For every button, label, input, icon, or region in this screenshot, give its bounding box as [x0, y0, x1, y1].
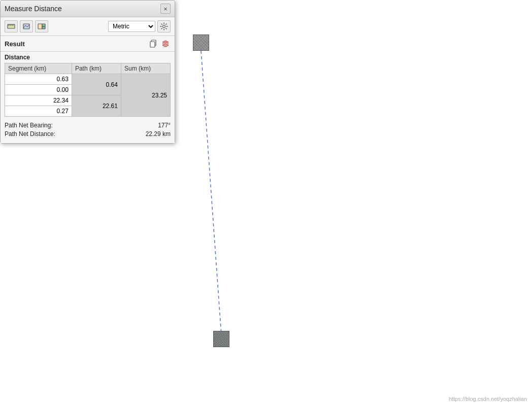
distance-label: Distance [5, 54, 171, 61]
table-row: 0.63 0.64 23.25 [5, 74, 171, 85]
cell-segment-3: 22.34 [5, 95, 72, 106]
cell-sum-1: 23.25 [121, 74, 170, 117]
watermark: https://blog.csdn.net/yoqzhalian [449, 396, 527, 402]
result-actions [148, 39, 171, 49]
cell-path-2: 22.61 [72, 95, 121, 117]
marker-top-texture [193, 35, 209, 50]
toolbar-btn-3[interactable] [35, 20, 48, 32]
bearing-row: Path Net Bearing: 177° [5, 122, 171, 129]
cell-path-1: 0.64 [72, 74, 121, 95]
titlebar: Measure Distance × [1, 1, 175, 17]
cell-segment-4: 0.27 [5, 106, 72, 117]
add-layer-button[interactable] [160, 39, 171, 49]
svg-rect-10 [42, 24, 45, 26]
close-button[interactable]: × [160, 4, 171, 14]
cell-segment-1: 0.63 [5, 74, 72, 85]
result-label: Result [5, 40, 25, 48]
col-segment: Segment (km) [5, 63, 72, 74]
settings-button[interactable] [157, 20, 171, 32]
toolbar-btn-2[interactable] [20, 20, 33, 32]
measure-distance-dialog: Measure Distance × [0, 0, 175, 144]
distance-net-value: 22.29 km [146, 130, 171, 138]
distance-row: Path Net Distance: 22.29 km [5, 130, 171, 138]
footer-info: Path Net Bearing: 177° Path Net Distance… [1, 119, 175, 143]
map-marker-top [193, 35, 209, 51]
svg-rect-9 [38, 24, 42, 29]
bearing-label: Path Net Bearing: [5, 122, 53, 129]
resize-handle[interactable] [1, 1, 7, 7]
marker-bottom-texture [214, 331, 229, 347]
dialog-title: Measure Distance [5, 5, 62, 13]
distance-net-label: Path Net Distance: [5, 130, 55, 138]
result-header: Result [1, 36, 175, 52]
col-sum: Sum (km) [121, 63, 170, 74]
copy-result-button[interactable] [148, 39, 158, 49]
distance-table: Segment (km) Path (km) Sum (km) 0.63 0.6… [5, 63, 171, 117]
titlebar-left: Measure Distance [5, 5, 62, 13]
map-marker-bottom [213, 331, 229, 347]
svg-point-12 [163, 25, 165, 28]
col-path: Path (km) [72, 63, 121, 74]
toolbar: Metric Imperial Geographic [1, 17, 175, 36]
svg-rect-14 [150, 42, 155, 47]
toolbar-btn-1[interactable] [5, 20, 18, 32]
distance-section: Distance Segment (km) Path (km) Sum (km)… [1, 52, 175, 119]
cell-segment-2: 0.00 [5, 85, 72, 95]
svg-rect-11 [42, 26, 45, 29]
unit-select[interactable]: Metric Imperial Geographic [108, 21, 155, 32]
bearing-value: 177° [158, 122, 171, 129]
